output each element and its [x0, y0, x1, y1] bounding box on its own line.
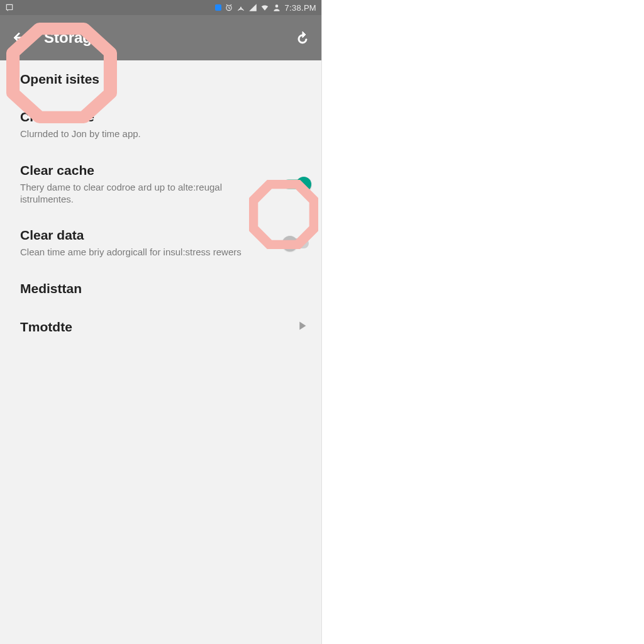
row-label: Medisttan [20, 281, 309, 296]
status-right: 7:38.PM [215, 3, 316, 13]
status-bar: 7:38.PM [0, 0, 321, 15]
wifi-icon [260, 3, 269, 12]
status-left [5, 3, 14, 12]
chevron-right-icon [295, 319, 309, 335]
row-subtext: Clean time ame briy adorgicall for insul… [20, 247, 258, 258]
svg-point-1 [240, 7, 242, 8]
phone-frame: 7:38.PM Storage Openit isites Clear cach… [0, 0, 322, 644]
clear-data-toggle[interactable] [284, 238, 309, 248]
refresh-icon [295, 30, 310, 45]
row-open-sites[interactable]: Openit isites [0, 60, 321, 98]
signal-icon [248, 3, 257, 12]
row-clear-data[interactable]: Clear data Clean time ame briy adorgical… [0, 216, 321, 270]
row-label: Clear data [20, 228, 258, 243]
refresh-button[interactable] [292, 28, 313, 48]
row-subtext: Thery dame to clear codroe ard up to alt… [20, 182, 258, 206]
toggle-knob-icon [282, 236, 297, 251]
hotspot-icon [236, 3, 245, 12]
clear-cache-toggle[interactable] [284, 179, 309, 189]
account-icon [272, 3, 281, 12]
row-subtext: Clurnded to Jon by time app. [20, 128, 309, 140]
status-time: 7:38.PM [284, 3, 316, 13]
row-label: Openit isites [20, 72, 309, 87]
toggle-knob-icon [296, 177, 311, 192]
row-tmotdte[interactable]: Tmotdte [0, 308, 321, 347]
row-clear-cache-2[interactable]: Clear cache Thery dame to clear codroe a… [0, 152, 321, 217]
svg-point-2 [275, 4, 279, 8]
row-medisttan[interactable]: Medisttan [0, 270, 321, 308]
settings-list: Openit isites Clear cache Clurnded to Jo… [0, 60, 321, 347]
row-label: Clear cache [20, 163, 258, 178]
back-button[interactable] [9, 28, 29, 48]
page-title: Storage [44, 29, 277, 47]
notification-icon [5, 3, 14, 12]
app-bar: Storage [0, 15, 321, 60]
alarm-icon [225, 3, 233, 12]
row-label: Tmotdte [20, 319, 258, 335]
blue-dot-icon [215, 4, 221, 11]
row-label: Clear cache [20, 109, 309, 125]
back-icon [11, 30, 26, 45]
row-clear-cache-1[interactable]: Clear cache Clurnded to Jon by time app. [0, 98, 321, 152]
